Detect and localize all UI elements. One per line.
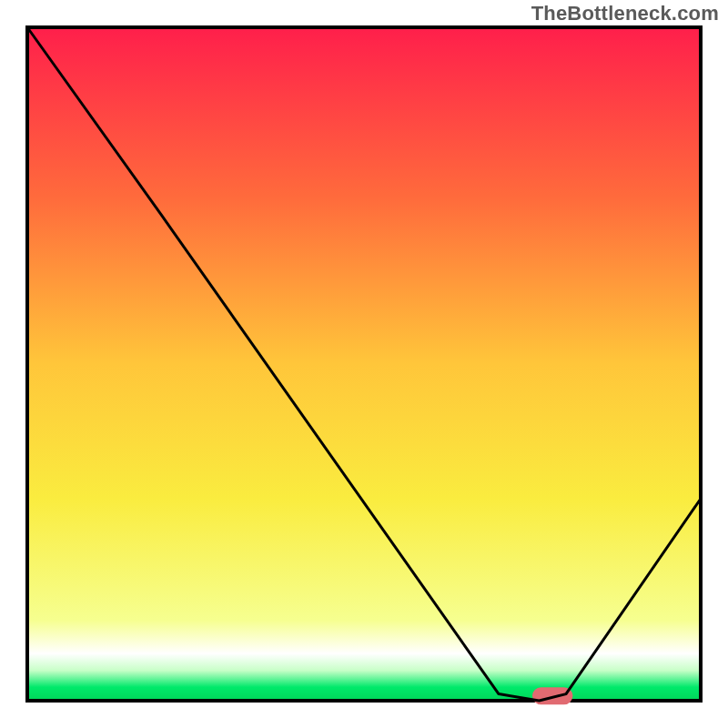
bottleneck-chart — [0, 0, 728, 728]
watermark-text: TheBottleneck.com — [531, 2, 719, 25]
plot-background — [27, 27, 701, 701]
